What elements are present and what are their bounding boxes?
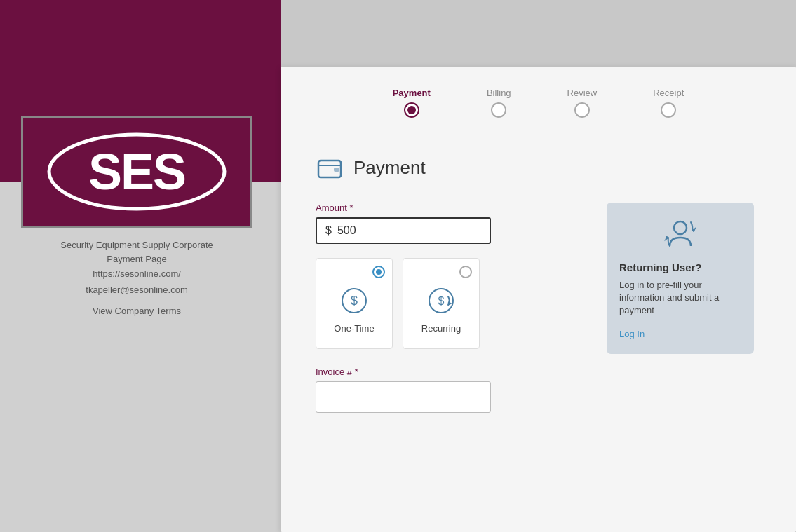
view-company-terms-link[interactable]: View Company Terms (93, 306, 181, 316)
steps-bar: Payment Billing Review Receipt (281, 67, 796, 125)
svg-text:$: $ (438, 295, 445, 307)
email: tkapeller@sesonline.com (21, 282, 252, 298)
step-review[interactable]: Review (567, 88, 598, 118)
returning-user-icon (619, 217, 741, 254)
page-title: Payment (353, 157, 426, 179)
payment-card-recurring[interactable]: $ Recurring (403, 258, 480, 349)
returning-user-card: Returning User? Log in to pre-fill your … (607, 203, 754, 354)
svg-point-10 (674, 221, 687, 234)
website: https://sesonline.com/ (21, 266, 252, 282)
login-link[interactable]: Log In (619, 329, 645, 339)
logo-container: SES (21, 116, 252, 228)
svg-rect-5 (334, 168, 339, 172)
returning-user-title: Returning User? (619, 261, 741, 273)
invoice-label: Invoice # * (316, 367, 586, 377)
step-receipt[interactable]: Receipt (653, 88, 684, 118)
recurring-icon: $ (427, 287, 455, 318)
svg-text:SES: SES (88, 144, 185, 200)
left-bg-bottom (0, 182, 281, 532)
one-time-label: One-Time (334, 323, 374, 334)
invoice-input[interactable] (316, 381, 491, 413)
form-right: Returning User? Log in to pre-fill your … (607, 203, 761, 413)
returning-user-desc: Log in to pre-fill your information and … (619, 279, 741, 318)
divider (281, 125, 796, 125)
currency-symbol: $ (325, 224, 332, 237)
payment-card-one-time[interactable]: $ One-Time (316, 258, 393, 349)
step-payment[interactable]: Payment (393, 88, 431, 118)
payment-page-label: Payment Page (21, 252, 252, 266)
form-section: Amount * $ $ (316, 203, 761, 413)
recurring-label: Recurring (421, 323, 461, 334)
amount-input[interactable] (337, 224, 464, 237)
right-panel: Payment Billing Review Receipt Payment (281, 67, 796, 532)
one-time-icon: $ (340, 287, 368, 318)
radio-one-time[interactable] (372, 266, 385, 278)
ses-logo: SES (39, 126, 235, 217)
step-circle-review (574, 102, 590, 118)
payment-types: $ One-Time $ (316, 258, 586, 349)
wallet-icon (316, 154, 344, 182)
main-content: Payment Amount * $ (281, 139, 796, 441)
radio-recurring[interactable] (459, 266, 472, 278)
step-circle-payment (404, 102, 419, 118)
amount-label: Amount * (316, 203, 586, 213)
step-circle-billing (491, 102, 506, 118)
step-circle-receipt (661, 102, 676, 118)
left-info: Security Equipment Supply Corporate Paym… (21, 238, 252, 317)
form-left: Amount * $ $ (316, 203, 586, 413)
page-heading: Payment (316, 154, 761, 182)
svg-text:$: $ (351, 294, 358, 308)
company-name: Security Equipment Supply Corporate (21, 238, 252, 252)
step-billing[interactable]: Billing (487, 88, 511, 118)
amount-input-wrap[interactable]: $ (316, 217, 491, 244)
